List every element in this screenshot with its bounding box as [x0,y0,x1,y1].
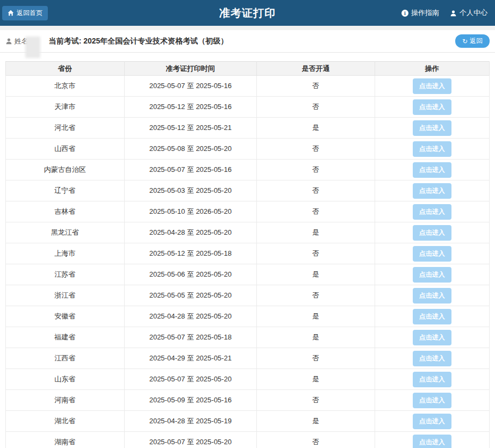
nav-guide-link[interactable]: i 操作指南 [401,8,439,18]
personal-center-label: 个人中心 [460,8,487,18]
enter-button[interactable]: 点击进入 [413,393,451,408]
back-home-label: 返回首页 [17,9,42,18]
action-cell: 点击进入 [375,139,489,160]
print-time-cell: 2025-05-08 至 2025-05-20 [124,139,257,160]
province-cell: 辽宁省 [6,180,125,201]
open-status-cell: 是 [257,369,375,390]
enter-button[interactable]: 点击进入 [413,162,451,178]
print-time-cell: 2025-04-28 至 2025-05-19 [124,411,257,432]
admission-print-table: 省份 准考证打印时间 是否开通 操作 北京市2025-05-07 至 2025-… [5,61,490,448]
open-status-cell: 是 [257,222,375,243]
enter-button[interactable]: 点击进入 [413,141,451,157]
province-cell: 江苏省 [6,264,125,285]
enter-button[interactable]: 点击进入 [413,330,451,345]
province-cell: 安徽省 [6,306,125,327]
province-cell: 湖南省 [6,432,125,448]
province-cell: 吉林省 [6,201,125,222]
open-status-cell: 是 [257,306,375,327]
return-button[interactable]: ↻ 返回 [455,34,490,48]
print-time-cell: 2025-05-05 至 2025-05-20 [124,285,257,306]
open-status-cell: 否 [257,160,375,180]
open-status-cell: 否 [257,285,375,306]
enter-button[interactable]: 点击进入 [413,435,451,448]
table-container: 省份 准考证打印时间 是否开通 操作 北京市2025-05-07 至 2025-… [0,53,495,448]
action-cell: 点击进入 [375,411,489,432]
table-row: 安徽省2025-04-28 至 2025-05-20是点击进入 [6,306,490,327]
open-status-cell: 是 [257,411,375,432]
enter-button[interactable]: 点击进入 [413,351,451,366]
open-status-cell: 否 [257,348,375,369]
open-status-cell: 是 [257,327,375,348]
action-cell: 点击进入 [375,160,489,180]
open-status-cell: 否 [257,390,375,411]
action-cell: 点击进入 [375,76,489,97]
current-exam-text: 当前考试: 2025年全国会计专业技术资格考试（初级） [49,37,228,46]
enter-button[interactable]: 点击进入 [413,246,451,262]
return-label: 返回 [470,37,483,46]
table-row: 黑龙江省2025-04-28 至 2025-05-20是点击进入 [6,222,490,243]
enter-button[interactable]: 点击进入 [413,372,451,387]
open-status-cell: 否 [257,76,375,97]
action-cell: 点击进入 [375,348,489,369]
province-cell: 黑龙江省 [6,222,125,243]
open-status-cell: 是 [257,264,375,285]
print-time-cell: 2025-05-06 至 2025-05-20 [124,264,257,285]
table-row: 浙江省2025-05-05 至 2025-05-20否点击进入 [6,285,490,306]
guide-label: 操作指南 [411,8,439,18]
province-cell: 江西省 [6,348,125,369]
enter-button[interactable]: 点击进入 [413,120,451,136]
action-cell: 点击进入 [375,264,489,285]
table-row: 江西省2025-04-29 至 2025-05-21否点击进入 [6,348,490,369]
open-status-cell: 否 [257,139,375,160]
action-cell: 点击进入 [375,201,489,222]
table-row: 江苏省2025-05-06 至 2025-05-20是点击进入 [6,264,490,285]
province-cell: 山西省 [6,139,125,160]
table-row: 吉林省2025-05-10 至 2026-05-20否点击进入 [6,201,490,222]
open-status-cell: 否 [257,201,375,222]
action-cell: 点击进入 [375,306,489,327]
table-row: 内蒙古自治区2025-05-07 至 2025-05-16否点击进入 [6,160,490,180]
home-icon [8,10,14,16]
enter-button[interactable]: 点击进入 [413,309,451,324]
action-cell: 点击进入 [375,222,489,243]
enter-button[interactable]: 点击进入 [413,183,451,199]
print-time-cell: 2025-05-10 至 2026-05-20 [124,201,257,222]
enter-button[interactable]: 点击进入 [413,99,451,115]
open-status-cell: 否 [257,97,375,118]
enter-button[interactable]: 点击进入 [413,78,451,94]
table-row: 北京市2025-05-07 至 2025-05-16否点击进入 [6,76,490,97]
enter-button[interactable]: 点击进入 [413,225,451,241]
table-row: 湖南省2025-05-07 至 2025-05-20否点击进入 [6,432,490,448]
redacted-name-value [25,37,40,58]
province-cell: 内蒙古自治区 [6,160,125,180]
column-header-print-time: 准考证打印时间 [124,62,257,76]
enter-button[interactable]: 点击进入 [413,267,451,283]
print-time-cell: 2025-04-28 至 2025-05-20 [124,306,257,327]
column-header-province: 省份 [6,62,125,76]
action-cell: 点击进入 [375,118,489,139]
table-row: 福建省2025-05-07 至 2025-05-18是点击进入 [6,327,490,348]
person-icon [450,10,457,17]
table-row: 上海市2025-05-12 至 2025-05-18否点击进入 [6,243,490,264]
enter-button[interactable]: 点击进入 [413,288,451,304]
action-cell: 点击进入 [375,327,489,348]
table-row: 山东省2025-05-07 至 2025-05-20是点击进入 [6,369,490,390]
user-icon [5,38,12,45]
print-time-cell: 2025-04-29 至 2025-05-21 [124,348,257,369]
action-cell: 点击进入 [375,97,489,118]
nav-personal-center-link[interactable]: 个人中心 [450,8,487,18]
table-row: 山西省2025-05-08 至 2025-05-20否点击进入 [6,139,490,160]
table-row: 河南省2025-05-09 至 2025-05-16否点击进入 [6,390,490,411]
open-status-cell: 否 [257,243,375,264]
enter-button[interactable]: 点击进入 [413,414,451,429]
enter-button[interactable]: 点击进入 [413,204,451,220]
province-cell: 福建省 [6,327,125,348]
action-cell: 点击进入 [375,369,489,390]
province-cell: 河北省 [6,118,125,139]
province-cell: 湖北省 [6,411,125,432]
province-cell: 河南省 [6,390,125,411]
table-header-row: 省份 准考证打印时间 是否开通 操作 [6,62,490,76]
column-header-action: 操作 [375,62,489,76]
print-time-cell: 2025-05-09 至 2025-05-16 [124,390,257,411]
back-home-button[interactable]: 返回首页 [2,6,48,20]
